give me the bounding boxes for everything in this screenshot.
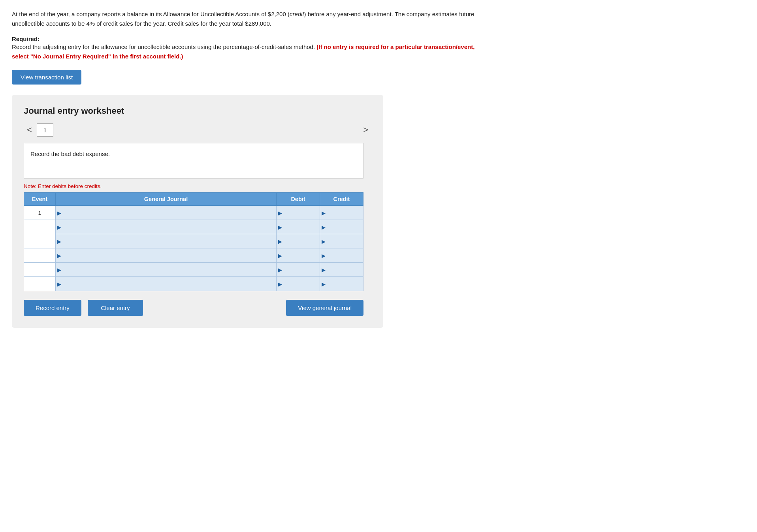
buttons-row: Record entry Clear entry View general jo… — [24, 300, 363, 316]
cell-arrow-icon: ▶ — [278, 238, 282, 244]
credit-cell[interactable]: ▶ — [320, 206, 363, 220]
journal-cell[interactable]: ▶ — [56, 206, 277, 220]
debit-input[interactable] — [277, 234, 320, 248]
credit-cell[interactable]: ▶ — [320, 220, 363, 234]
view-transaction-button[interactable]: View transaction list — [12, 70, 81, 85]
nav-prev-button[interactable]: < — [24, 126, 35, 134]
instruction-box: Record the bad debt expense. — [24, 143, 363, 179]
cell-arrow-icon: ▶ — [278, 224, 282, 230]
credit-input[interactable] — [320, 234, 363, 248]
table-row: ▶▶▶ — [24, 234, 363, 248]
journal-input[interactable] — [56, 277, 276, 291]
debit-cell[interactable]: ▶ — [277, 248, 320, 263]
event-cell: 1 — [24, 206, 56, 220]
cell-arrow-icon: ▶ — [57, 238, 61, 244]
col-header-credit: Credit — [320, 193, 363, 206]
cell-arrow-icon: ▶ — [278, 267, 282, 273]
page-number-box: 1 — [37, 123, 53, 137]
table-row: ▶▶▶ — [24, 248, 363, 263]
instruction-text: Record the bad debt expense. — [30, 150, 110, 157]
credit-input[interactable] — [320, 277, 363, 291]
clear-entry-button[interactable]: Clear entry — [88, 300, 143, 316]
journal-cell[interactable]: ▶ — [56, 277, 277, 291]
cell-arrow-icon: ▶ — [322, 252, 326, 258]
nav-row: < 1 > — [24, 123, 371, 137]
worksheet-container: Journal entry worksheet < 1 > Record the… — [12, 95, 383, 328]
journal-cell[interactable]: ▶ — [56, 220, 277, 234]
journal-cell[interactable]: ▶ — [56, 248, 277, 263]
debit-cell[interactable]: ▶ — [277, 234, 320, 248]
debit-cell[interactable]: ▶ — [277, 206, 320, 220]
table-row: ▶▶▶ — [24, 220, 363, 234]
journal-input[interactable] — [56, 206, 276, 220]
debit-input[interactable] — [277, 263, 320, 276]
debit-cell[interactable]: ▶ — [277, 220, 320, 234]
cell-arrow-icon: ▶ — [322, 224, 326, 230]
table-row: ▶▶▶ — [24, 277, 363, 291]
worksheet-title: Journal entry worksheet — [24, 106, 371, 116]
credit-cell[interactable]: ▶ — [320, 263, 363, 277]
cell-arrow-icon: ▶ — [57, 224, 61, 230]
col-header-debit: Debit — [277, 193, 320, 206]
view-general-journal-button[interactable]: View general journal — [286, 300, 363, 316]
journal-table: Event General Journal Debit Credit 1▶▶▶▶… — [24, 192, 363, 291]
note-text: Note: Enter debits before credits. — [24, 183, 371, 189]
credit-cell[interactable]: ▶ — [320, 277, 363, 291]
col-header-event: Event — [24, 193, 56, 206]
credit-input[interactable] — [320, 248, 363, 262]
journal-input[interactable] — [56, 234, 276, 248]
intro-text: At the end of the year, a company report… — [12, 9, 486, 28]
event-number: 1 — [38, 210, 41, 216]
page-number: 1 — [43, 127, 47, 133]
credit-cell[interactable]: ▶ — [320, 248, 363, 263]
journal-input[interactable] — [56, 263, 276, 276]
cell-arrow-icon: ▶ — [322, 238, 326, 244]
journal-input[interactable] — [56, 220, 276, 234]
debit-input[interactable] — [277, 248, 320, 262]
event-cell — [24, 234, 56, 248]
record-entry-button[interactable]: Record entry — [24, 300, 81, 316]
credit-cell[interactable]: ▶ — [320, 234, 363, 248]
cell-arrow-icon: ▶ — [57, 210, 61, 216]
cell-arrow-icon: ▶ — [278, 210, 282, 216]
cell-arrow-icon: ▶ — [322, 281, 326, 287]
required-body: Record the adjusting entry for the allow… — [12, 43, 315, 50]
col-header-journal: General Journal — [56, 193, 277, 206]
debit-cell[interactable]: ▶ — [277, 277, 320, 291]
event-cell — [24, 220, 56, 234]
event-cell — [24, 277, 56, 291]
credit-input[interactable] — [320, 220, 363, 234]
cell-arrow-icon: ▶ — [278, 281, 282, 287]
cell-arrow-icon: ▶ — [278, 252, 282, 258]
table-row: 1▶▶▶ — [24, 206, 363, 220]
required-section: Required: Record the adjusting entry for… — [12, 36, 486, 61]
credit-input[interactable] — [320, 263, 363, 276]
journal-cell[interactable]: ▶ — [56, 234, 277, 248]
debit-input[interactable] — [277, 206, 320, 220]
debit-input[interactable] — [277, 277, 320, 291]
journal-cell[interactable]: ▶ — [56, 263, 277, 277]
cell-arrow-icon: ▶ — [57, 281, 61, 287]
cell-arrow-icon: ▶ — [57, 267, 61, 273]
event-cell — [24, 263, 56, 277]
credit-input[interactable] — [320, 206, 363, 220]
debit-input[interactable] — [277, 220, 320, 234]
cell-arrow-icon: ▶ — [57, 252, 61, 258]
debit-cell[interactable]: ▶ — [277, 263, 320, 277]
event-cell — [24, 248, 56, 263]
journal-input[interactable] — [56, 248, 276, 262]
required-label: Required: — [12, 36, 40, 42]
cell-arrow-icon: ▶ — [322, 267, 326, 273]
cell-arrow-icon: ▶ — [322, 210, 326, 216]
table-row: ▶▶▶ — [24, 263, 363, 277]
nav-next-button[interactable]: > — [360, 126, 371, 134]
